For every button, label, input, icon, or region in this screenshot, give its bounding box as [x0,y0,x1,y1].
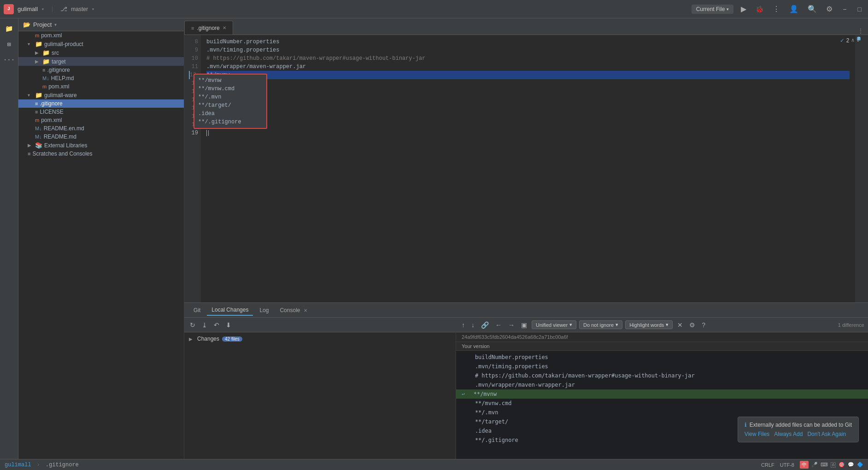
search-button[interactable]: 🔍 [806,4,819,14]
dont-ask-link[interactable]: Don't Ask Again [807,431,846,437]
sidebar-item-scratches[interactable]: ≡ Scratches and Consoles [18,150,184,158]
code-editor[interactable]: buildNumber.properties .mvn/timing.prope… [201,35,855,302]
sidebar-item-gulimall-ware[interactable]: ▾ 📁 gulimall-ware [18,91,184,99]
sidebar-item-label: pom.xml [41,32,62,39]
changes-panel: ↻ ⤓ ↶ ⬇ ▶ Changes 42 files [184,318,456,459]
rollback-btn[interactable]: ↶ [212,320,221,330]
diff-settings-btn[interactable]: ⚙ [687,320,697,330]
unified-viewer-dropdown[interactable]: Unified viewer ▾ [532,320,576,329]
code-line-13: **/mvnw.cmd [206,79,850,87]
debug-button[interactable]: 🐞 [754,5,765,14]
sidebar-item-label: LICENSE [40,109,63,115]
more-options-button[interactable]: ⋮ [771,4,782,14]
current-file-button[interactable]: Current File ▾ [692,5,734,14]
folder-icon-btn[interactable]: 📁 [3,22,16,35]
encoding[interactable]: UTF-8 [780,462,794,468]
sidebar-item-readme[interactable]: M↓ README.md [18,133,184,141]
sidebar-item-gitignore-ware[interactable]: ≡ .gitignore [18,99,184,108]
line-ending[interactable]: CRLF [761,462,774,468]
always-add-link[interactable]: Always Add [774,431,803,437]
changes-group-header[interactable]: ▶ Changes 42 files [184,334,456,343]
code-line-12: **/mvnw [206,71,850,79]
ime-extra3[interactable]: 💬 [848,462,854,468]
download-btn[interactable]: ⬇ [224,320,233,330]
project-name[interactable]: gulimall [18,6,38,12]
diff-sidebar-icon[interactable]: ▣ [519,320,529,330]
gitignore-icon: ≡ [42,67,45,73]
sidebar-item-target[interactable]: ▶ 📁 target [18,57,184,66]
fetch-btn[interactable]: ⤓ [200,320,209,330]
code-line-17: **/.gitignore [206,112,850,121]
tab-gitignore[interactable]: ≡ .gitignore ✕ [184,21,233,35]
settings-button[interactable]: ⚙ [824,4,834,14]
sidebar-item-label: pom.xml [48,83,69,90]
editor-scrollbar[interactable] [862,35,868,302]
dropdown-arrow-branch[interactable]: ▾ [92,6,94,12]
tab-log[interactable]: Log [255,305,273,315]
scratch-icon: ≡ [28,151,30,157]
sel-line-5: .idea [198,110,263,118]
ime-extra1[interactable]: 🇦 [831,462,836,468]
ime-keyboard[interactable]: ⌨ [821,462,828,468]
tab-close-button[interactable]: ✕ [223,25,226,30]
expand-arrow: ▶ [28,143,33,148]
nav-up[interactable]: ∧ [851,37,855,44]
diff-help-btn[interactable]: ? [700,320,707,330]
line-num-10: 10 [192,54,198,63]
expand-arrow: ▶ [35,50,41,55]
sel-line-6: **/.gitignore [198,118,263,126]
tab-menu-button[interactable]: ⋮ [853,28,868,35]
diff-close-btn[interactable]: ✕ [675,320,685,330]
sidebar-item-readme-en[interactable]: M↓ README.en.md [18,124,184,133]
sidebar-item-label: src [52,50,59,56]
diff-arrow-right[interactable]: → [506,320,516,330]
sidebar: 📂 Project ▾ m pom.xml ▾ 📁 gulimall-produ… [18,18,184,459]
minimize-button[interactable]: − [840,5,849,14]
dropdown-arrow-project[interactable]: ▾ [41,6,44,12]
code-line-8: buildNumber.properties [206,38,850,46]
sidebar-item-external-libs[interactable]: ▶ 📚 External Libraries [18,141,184,150]
sidebar-item-gulimall-product[interactable]: ▾ 📁 gulimall-product [18,40,184,48]
branch-name[interactable]: master [71,6,88,12]
diff-nav-down[interactable]: ↓ [469,320,476,330]
do-not-ignore-dropdown[interactable]: Do not ignore ▾ [579,320,622,329]
sidebar-item-license[interactable]: ≡ LICENSE [18,108,184,116]
sidebar-item-label: Scratches and Consoles [32,151,92,157]
tab-local-changes[interactable]: Local Changes [207,305,253,316]
diff-link-icon[interactable]: 🔗 [479,320,491,330]
structure-icon-btn[interactable]: ⊞ [3,38,16,51]
run-button[interactable]: ▶ [739,4,748,14]
sidebar-item-gitignore-product[interactable]: ≡ .gitignore [18,66,184,74]
tab-file-icon: ≡ [191,25,194,31]
ime-label[interactable]: 中 [800,461,809,469]
project-dropdown-arrow[interactable]: ▾ [54,22,57,27]
xml-icon: m [35,33,39,38]
maximize-button[interactable]: □ [855,5,864,14]
sidebar-item-help-md[interactable]: M↓ HELP.md [18,74,184,82]
breadcrumb-file[interactable]: .gitignore [46,462,79,468]
sidebar-item-src[interactable]: ▶ 📁 src [18,48,184,57]
diff-nav-up[interactable]: ↑ [460,320,467,330]
nav-down[interactable]: ∨ [856,37,860,44]
breadcrumb-project[interactable]: gulimall [5,462,31,468]
tab-git[interactable]: Git [189,305,205,315]
more-icon-btn[interactable]: ··· [3,53,16,66]
sidebar-item-pom-xml-2[interactable]: m pom.xml [18,82,184,91]
ime-extra4[interactable]: 🔷 [857,462,863,468]
profile-button[interactable]: 👤 [787,4,800,14]
view-files-link[interactable]: View Files [745,431,769,437]
diff-arrow-left[interactable]: ← [493,320,504,330]
console-close-btn[interactable]: ✕ [304,308,307,313]
tab-console[interactable]: Console ✕ [275,305,311,315]
ime-extra2[interactable]: 🎯 [839,462,845,468]
folder-icon: 📁 [35,41,42,47]
sidebar-item-pom-xml-ware[interactable]: m pom.xml [18,116,184,124]
dropdown-arrow: ▾ [666,322,669,328]
info-icon: ℹ [745,422,747,428]
sidebar-item-pom-xml-product[interactable]: m pom.xml [18,31,184,40]
dropdown-arrow: ▾ [569,322,572,328]
highlight-words-dropdown[interactable]: Highlight words ▾ [625,320,673,329]
ime-mic[interactable]: 🎤 [811,462,818,468]
refresh-btn[interactable]: ↻ [188,320,197,330]
folder-icon: 📁 [35,92,42,99]
